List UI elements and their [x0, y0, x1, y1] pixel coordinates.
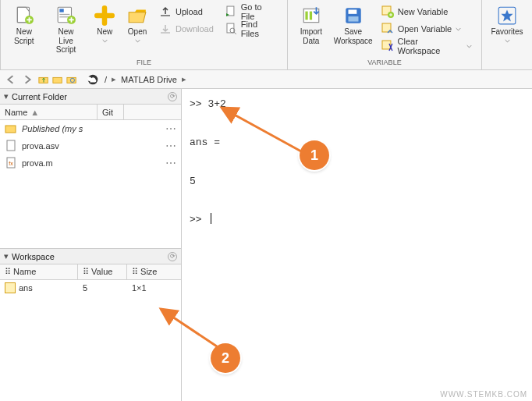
svg-rect-7: [161, 15, 170, 16]
addr-root[interactable]: /: [103, 73, 108, 86]
arrow-left-icon: [6, 75, 16, 84]
favorites-button[interactable]: Favorites: [487, 3, 527, 56]
clear-workspace-button[interactable]: Clear Workspace: [377, 37, 477, 55]
current-folder-list[interactable]: Published (my s ⋯ prova.asv ⋯ fx: [0, 120, 181, 248]
file-item[interactable]: fx prova.m ⋯: [0, 154, 181, 172]
folder-icon: [52, 74, 63, 85]
svg-rect-14: [310, 12, 312, 20]
file-name: prova.m: [22, 158, 53, 168]
clear-workspace-label: Clear Workspace: [398, 37, 463, 55]
new-button[interactable]: New: [89, 3, 120, 56]
new-script-icon: [14, 5, 34, 26]
upload-label: Upload: [176, 7, 203, 16]
new-variable-icon: [381, 5, 394, 18]
new-live-script-label: New Live Script: [48, 27, 84, 55]
current-folder-title: Current Folder: [12, 92, 165, 101]
folder-name: Published (my s: [22, 124, 83, 133]
gotofile-button[interactable]: Go to File: [220, 3, 282, 20]
favorites-label: Favorites: [491, 27, 523, 37]
cloud-drive-icon: [86, 73, 100, 86]
nav-back-button[interactable]: [4, 73, 18, 87]
sort-asc-icon: ▲: [30, 108, 39, 117]
svg-text:fx: fx: [9, 161, 13, 166]
download-icon: [159, 23, 172, 35]
download-button: Download: [154, 20, 218, 37]
mfile-icon: fx: [5, 157, 17, 169]
folder-item[interactable]: Published (my s ⋯: [0, 120, 181, 137]
workspace-title: Workspace: [12, 252, 165, 261]
svg-rect-29: [7, 140, 15, 151]
column-git-label[interactable]: Git: [102, 108, 113, 117]
chevron-right-icon: ▸: [112, 74, 116, 84]
chevron-down-icon: [456, 27, 461, 32]
collapse-icon[interactable]: ▾: [4, 251, 9, 261]
chevron-down-icon: [102, 38, 108, 44]
chevron-down-icon: [135, 38, 140, 44]
open-label: Open: [128, 27, 147, 37]
open-button[interactable]: Open: [122, 3, 153, 56]
ws-col-name[interactable]: ⠿ Name: [0, 264, 78, 279]
ws-col-value[interactable]: ⠿ Value: [78, 264, 127, 279]
item-menu-icon[interactable]: ⋯: [165, 157, 176, 169]
new-live-script-button[interactable]: New Live Script: [44, 3, 88, 56]
folder-browse-button[interactable]: [51, 73, 65, 87]
workspace-panel: ▾ Workspace ⟳ ⠿ Name ⠿ Value ⠿ Size ans …: [0, 248, 181, 401]
save-workspace-label: Save Workspace: [334, 27, 373, 45]
import-data-label: Import Data: [300, 27, 322, 45]
clear-workspace-icon: [381, 40, 394, 52]
findfiles-icon: [225, 23, 237, 35]
file-name: prova.asv: [22, 141, 59, 151]
upload-button[interactable]: Upload: [154, 3, 218, 20]
svg-rect-28: [5, 126, 16, 133]
ribbon-home: New Script New Live Script: [0, 0, 532, 70]
findfiles-button[interactable]: Find Files: [220, 20, 282, 37]
ws-var-size: 1×1: [127, 281, 173, 295]
open-variable-label: Open Variable: [398, 24, 452, 34]
ws-var-name: ans: [19, 283, 33, 293]
arrow-right-icon: [23, 75, 32, 84]
open-variable-button[interactable]: Open Variable: [377, 20, 477, 37]
chevron-down-icon: [466, 44, 472, 49]
svg-rect-3: [59, 9, 63, 12]
save-workspace-button[interactable]: Save Workspace: [332, 3, 375, 56]
gotofile-icon: [225, 5, 237, 18]
folder-up-icon: [38, 74, 49, 85]
favorites-icon: [497, 5, 517, 26]
import-data-button[interactable]: Import Data: [293, 3, 330, 56]
import-data-icon: [301, 5, 321, 26]
gotofile-label: Go to File: [241, 2, 278, 21]
annotation-badge-1: 1: [300, 140, 329, 170]
annotation-badge-2: 2: [211, 343, 240, 373]
current-folder-panel: ▾ Current Folder ⟳ Name ▲ Git: [0, 89, 181, 248]
addr-drive[interactable]: MATLAB Drive: [119, 73, 179, 86]
ws-col-size[interactable]: ⠿ Size: [127, 264, 173, 279]
item-menu-icon[interactable]: ⋯: [165, 140, 176, 152]
new-live-script-icon: [56, 5, 76, 26]
upload-icon: [159, 5, 172, 18]
chevron-down-icon: [505, 38, 510, 44]
folder-search-button[interactable]: [65, 73, 79, 87]
collapse-icon[interactable]: ▾: [4, 91, 9, 101]
svg-rect-8: [161, 32, 170, 34]
folder-icon: [5, 122, 17, 135]
svg-rect-13: [305, 12, 307, 20]
workspace-row[interactable]: ans 5 1×1: [0, 280, 181, 296]
variable-icon: [5, 282, 16, 293]
watermark: WWW.STEMKB.COM: [440, 390, 527, 399]
file-icon: [5, 140, 17, 152]
new-icon: [94, 5, 115, 26]
column-name-label[interactable]: Name: [5, 108, 27, 117]
nav-forward-button[interactable]: [20, 73, 34, 87]
panel-gear-icon[interactable]: ⟳: [168, 252, 177, 261]
new-variable-button[interactable]: New Variable: [377, 3, 477, 20]
new-script-button[interactable]: New Script: [5, 3, 43, 56]
file-item[interactable]: prova.asv ⋯: [0, 137, 181, 154]
item-menu-icon[interactable]: ⋯: [165, 122, 176, 135]
cmd-line: ans =: [190, 133, 524, 153]
svg-rect-4: [59, 14, 69, 15]
text-cursor: [211, 213, 211, 224]
folder-up-button[interactable]: [37, 73, 51, 87]
panel-gear-icon[interactable]: ⟳: [168, 92, 177, 101]
folder-search-icon: [66, 74, 77, 85]
svg-rect-17: [348, 16, 358, 22]
